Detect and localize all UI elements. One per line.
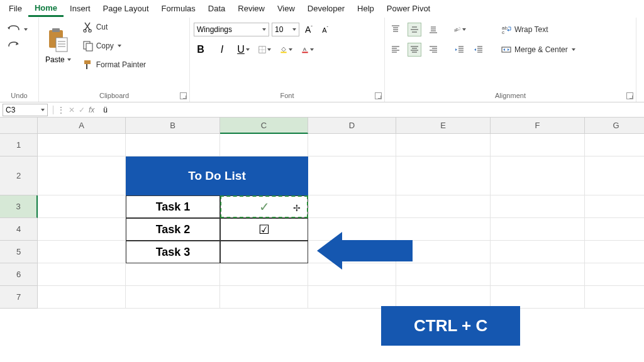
row-header[interactable]: 5 bbox=[0, 241, 38, 263]
tab-page-layout[interactable]: Page Layout bbox=[97, 2, 155, 16]
cell[interactable] bbox=[585, 263, 644, 286]
row-header[interactable]: 7 bbox=[0, 286, 38, 309]
format-painter-button[interactable]: Format Painter bbox=[80, 58, 148, 72]
column-header[interactable]: D bbox=[308, 118, 396, 134]
underline-button[interactable]: U bbox=[236, 43, 250, 57]
tab-review[interactable]: Review bbox=[231, 2, 271, 16]
tab-home[interactable]: Home bbox=[28, 1, 64, 17]
column-header[interactable]: B bbox=[126, 118, 220, 134]
tab-formulas[interactable]: Formulas bbox=[155, 2, 202, 16]
column-header[interactable]: G bbox=[585, 118, 644, 134]
dialog-launcher-icon[interactable] bbox=[180, 92, 187, 99]
cell[interactable] bbox=[585, 195, 644, 218]
tab-power-pivot[interactable]: Power Pivot bbox=[380, 2, 436, 16]
cell[interactable] bbox=[38, 286, 126, 309]
column-header[interactable]: F bbox=[491, 118, 585, 134]
cell[interactable] bbox=[38, 156, 126, 195]
cell[interactable]: To Do List bbox=[126, 156, 308, 195]
row-header[interactable]: 4 bbox=[0, 218, 38, 241]
fx-icon[interactable]: fx bbox=[89, 106, 94, 114]
undo-button[interactable] bbox=[4, 23, 35, 36]
cell[interactable]: Task 2 bbox=[126, 218, 220, 241]
dialog-launcher-icon[interactable] bbox=[626, 92, 633, 99]
cell[interactable] bbox=[585, 286, 644, 309]
wrap-text-button[interactable]: abc Wrap Text bbox=[498, 23, 578, 36]
column-header[interactable]: E bbox=[396, 118, 491, 134]
fill-color-button[interactable] bbox=[279, 43, 293, 57]
cell[interactable] bbox=[308, 195, 396, 218]
cell[interactable] bbox=[396, 286, 491, 309]
redo-button[interactable] bbox=[4, 39, 35, 53]
cut-button[interactable]: Cut bbox=[80, 20, 148, 34]
row-header[interactable]: 2 bbox=[0, 156, 38, 195]
cell[interactable] bbox=[585, 218, 644, 241]
bold-button[interactable]: B bbox=[194, 43, 208, 57]
row-header[interactable]: 6 bbox=[0, 263, 38, 286]
decrease-font-button[interactable]: Aˇ bbox=[318, 23, 332, 36]
column-header[interactable]: C bbox=[220, 118, 308, 134]
cell[interactable] bbox=[491, 241, 585, 263]
orientation-button[interactable]: ab bbox=[453, 23, 467, 36]
cell[interactable] bbox=[38, 195, 126, 218]
tab-view[interactable]: View bbox=[271, 2, 301, 16]
dialog-launcher-icon[interactable] bbox=[375, 92, 382, 99]
font-name-dropdown[interactable]: Wingdings bbox=[194, 23, 269, 36]
italic-button[interactable]: I bbox=[215, 43, 229, 57]
increase-font-button[interactable]: Aˆ bbox=[302, 23, 316, 36]
cell[interactable]: Task 1 bbox=[126, 195, 220, 218]
select-all-corner[interactable] bbox=[0, 118, 38, 134]
cell[interactable] bbox=[585, 241, 644, 263]
align-middle-button[interactable] bbox=[408, 23, 421, 36]
tab-file[interactable]: File bbox=[3, 2, 28, 16]
cell[interactable] bbox=[220, 134, 308, 156]
row-header[interactable]: 3 bbox=[0, 195, 38, 218]
paste-button[interactable]: Paste bbox=[43, 26, 74, 65]
name-box[interactable]: C3 bbox=[3, 104, 48, 116]
cell[interactable] bbox=[38, 218, 126, 241]
cell[interactable] bbox=[491, 156, 585, 195]
cell[interactable] bbox=[308, 134, 396, 156]
cell[interactable] bbox=[585, 134, 644, 156]
cell[interactable] bbox=[491, 263, 585, 286]
cell[interactable] bbox=[220, 286, 308, 309]
cell[interactable]: Task 3 bbox=[126, 241, 220, 263]
font-color-button[interactable]: A bbox=[301, 43, 314, 57]
cell[interactable] bbox=[491, 286, 585, 309]
cell[interactable] bbox=[38, 241, 126, 263]
align-bottom-button[interactable] bbox=[426, 23, 440, 36]
cell[interactable]: ☑ bbox=[220, 218, 308, 241]
cell[interactable] bbox=[396, 195, 491, 218]
column-header[interactable]: A bbox=[38, 118, 126, 134]
align-right-button[interactable] bbox=[426, 43, 440, 57]
cell[interactable] bbox=[308, 156, 396, 195]
align-left-button[interactable] bbox=[389, 43, 402, 57]
cell[interactable] bbox=[126, 263, 220, 286]
cell[interactable] bbox=[308, 286, 396, 309]
cell[interactable] bbox=[220, 263, 308, 286]
cell[interactable] bbox=[396, 134, 491, 156]
enter-icon[interactable]: ✓ bbox=[79, 106, 85, 114]
cell[interactable] bbox=[126, 134, 220, 156]
cell[interactable] bbox=[38, 263, 126, 286]
tab-insert[interactable]: Insert bbox=[64, 2, 97, 16]
increase-indent-button[interactable] bbox=[472, 43, 486, 57]
cell[interactable] bbox=[491, 195, 585, 218]
cell[interactable] bbox=[126, 286, 220, 309]
cell[interactable] bbox=[396, 156, 491, 195]
borders-button[interactable] bbox=[258, 43, 272, 57]
cell[interactable] bbox=[491, 218, 585, 241]
decrease-indent-button[interactable] bbox=[453, 43, 467, 57]
merge-center-button[interactable]: Merge & Center bbox=[498, 43, 578, 56]
row-header[interactable]: 1 bbox=[0, 134, 38, 156]
cell[interactable] bbox=[585, 156, 644, 195]
cell[interactable] bbox=[220, 241, 308, 263]
align-top-button[interactable] bbox=[389, 23, 402, 36]
tab-help[interactable]: Help bbox=[351, 2, 380, 16]
formula-input[interactable]: ü bbox=[97, 106, 108, 114]
cell[interactable] bbox=[38, 134, 126, 156]
copy-button[interactable]: Copy bbox=[80, 39, 148, 53]
cell[interactable] bbox=[491, 134, 585, 156]
align-center-button[interactable] bbox=[408, 43, 421, 57]
tab-data[interactable]: Data bbox=[202, 2, 231, 16]
tab-developer[interactable]: Developer bbox=[301, 2, 351, 16]
